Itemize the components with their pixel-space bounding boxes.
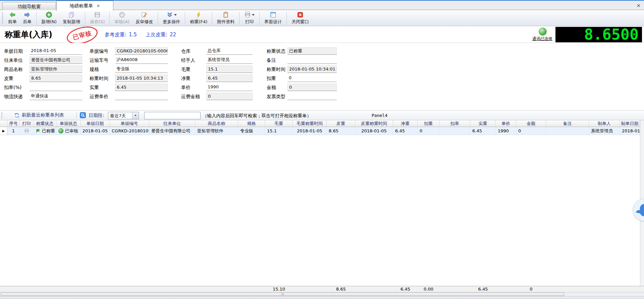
- grid-cell-doc_no[interactable]: CGRKD-20180105-0006: [110, 127, 149, 135]
- grid-cell-amount[interactable]: 0: [516, 127, 546, 135]
- tab-label: 地磅称重单: [70, 3, 93, 9]
- next-doc-button[interactable]: 后单: [20, 11, 35, 26]
- print-button[interactable]: 打印: [241, 11, 258, 26]
- form-field[interactable]: 总仓库: [206, 47, 253, 55]
- unaudit-button[interactable]: 反审修改: [132, 11, 156, 26]
- row-marker: ▶: [0, 127, 7, 135]
- grid-header-doc_date[interactable]: 单据日期: [81, 120, 110, 127]
- grid-cell-gross_time[interactable]: 2018-01-05: [293, 127, 327, 135]
- grid-cell-remark[interactable]: [546, 127, 589, 135]
- summary-spec: [238, 286, 265, 292]
- form-field[interactable]: [115, 93, 168, 100]
- add-new-button[interactable]: 新增(N): [38, 11, 60, 26]
- grid-cell-tare_time[interactable]: 2018-01-05: [355, 127, 393, 135]
- grid-header-price[interactable]: 单价: [496, 120, 516, 127]
- grid-cell-gross[interactable]: 15.1: [265, 127, 293, 135]
- form-field[interactable]: 系统管理员: [206, 56, 253, 64]
- form-area: 单据日期2018-01-05往来单位爱普生中国有限公司商品名称亚拓管理软件皮重8…: [0, 43, 644, 110]
- attachments-button[interactable]: 附件资料: [214, 11, 237, 26]
- grid-header-create_date[interactable]: 制单日期: [620, 120, 640, 127]
- copy-new-button[interactable]: 复制新增: [60, 11, 83, 26]
- grid-header-print[interactable]: 打印: [20, 120, 34, 127]
- form-field[interactable]: 0: [287, 75, 337, 82]
- toolbar-button-label: 界面设计: [264, 19, 282, 25]
- date-range-select[interactable]: 最近7天: [108, 112, 139, 119]
- grid-cell-creator[interactable]: 系统管理员: [589, 127, 620, 135]
- save-button[interactable]: 保存(S): [87, 11, 108, 26]
- grid-cell-spec[interactable]: 专业版: [238, 127, 265, 135]
- form-field[interactable]: 专业版: [115, 66, 168, 73]
- grid-header-creator[interactable]: 制单人: [589, 120, 620, 127]
- main-toolbar: 前单 后单 新增(N) 复制新增 保存(S) 审核(A) 反审修改: [0, 10, 644, 26]
- audit-button[interactable]: 审核(A): [111, 11, 132, 26]
- form-field[interactable]: 2018-01-05: [30, 47, 82, 55]
- grid-header-doc_status[interactable]: 单据状态: [56, 120, 81, 127]
- grid-header-deduct_rate[interactable]: 扣率: [439, 120, 470, 127]
- grid-cell-idx[interactable]: 1: [7, 127, 20, 135]
- refresh-icon: [14, 113, 20, 118]
- form-field[interactable]: 申通快递: [30, 93, 82, 100]
- ref-tare-label: 参考皮重:: [105, 32, 126, 38]
- grid-header-tare_time[interactable]: 皮重称重时间: [355, 120, 393, 127]
- summary-remark: [546, 286, 589, 292]
- grid-header-remark[interactable]: 备注: [546, 120, 589, 127]
- form-field[interactable]: [30, 84, 82, 91]
- grid-cell-net[interactable]: 6.45: [393, 127, 418, 135]
- grid-header-net[interactable]: 净重: [393, 120, 418, 127]
- grid-header-product[interactable]: 商品名称: [195, 120, 238, 127]
- summary-net: 6.45: [393, 286, 418, 292]
- grid-cell-create_date[interactable]: 2018-01-05: [620, 127, 640, 135]
- grid-cell-product[interactable]: 亚拓管理软件: [195, 127, 238, 135]
- printer-icon[interactable]: [24, 128, 29, 133]
- grid-cell-weigh_status[interactable]: 已称重: [34, 127, 56, 135]
- tab-weighbridge[interactable]: 地磅称重单 ✕: [56, 1, 113, 11]
- grid-cell-price[interactable]: 1990: [496, 127, 516, 135]
- grid-header-partner[interactable]: 往来单位: [149, 120, 195, 127]
- grid-header-weigh_status[interactable]: 称重状态: [34, 120, 56, 127]
- grid-data-row[interactable]: ▶1已称重已审核2018-01-05CGRKD-20180105-0006爱普生…: [0, 127, 640, 135]
- grid-header-spec[interactable]: 规格: [238, 120, 265, 127]
- grid-header-deduct_w[interactable]: 扣重: [418, 120, 439, 127]
- grid-header-amount[interactable]: 金额: [516, 120, 546, 127]
- grid-header-idx[interactable]: 序号: [7, 120, 20, 127]
- summary-doc_status: [56, 286, 81, 292]
- summary-tare_time: [355, 286, 393, 292]
- connection-status-link[interactable]: 通讯已连接: [529, 36, 555, 42]
- tab-close-icon[interactable]: ✕: [97, 3, 100, 8]
- window-close-icon[interactable]: ✕: [636, 3, 641, 9]
- grid-cell-actual[interactable]: 6.45: [470, 127, 496, 135]
- summary-gross: 15.10: [265, 286, 293, 292]
- form-field[interactable]: [287, 56, 337, 64]
- more-actions-button[interactable]: 更多操作: [160, 11, 183, 26]
- grid-cell-print[interactable]: [20, 127, 34, 135]
- form-field[interactable]: 1990: [206, 84, 253, 91]
- grid-cell-doc_date[interactable]: 2018-01-05: [81, 127, 110, 135]
- grid-header-gross[interactable]: 毛重: [265, 120, 293, 127]
- grid-header-gross_time[interactable]: 毛重称重时间: [293, 120, 327, 127]
- prev-doc-button[interactable]: 前单: [5, 11, 20, 26]
- horizontal-scrollbar[interactable]: [0, 292, 644, 296]
- grid-header-tare[interactable]: 皮重: [327, 120, 355, 127]
- toolbar-grip[interactable]: [1, 113, 2, 118]
- form-field[interactable]: 沪A86008: [115, 56, 168, 64]
- search-input[interactable]: [144, 112, 201, 119]
- scrollbar-thumb[interactable]: [1, 293, 564, 296]
- weigh-button[interactable]: 称重(F4): [187, 11, 210, 26]
- refresh-list-button[interactable]: 刷新最近称重单列表: [12, 112, 66, 119]
- grid-cell-doc_status[interactable]: 已审核: [56, 127, 81, 135]
- grid-cell-tare[interactable]: 8.65: [327, 127, 355, 135]
- tab-bar: 功能导航窗 地磅称重单 ✕ ✕: [0, 0, 644, 10]
- ref-tare-value: 1.5: [129, 32, 137, 38]
- grid-header-actual[interactable]: 实重: [470, 120, 496, 127]
- form-field[interactable]: [287, 93, 337, 100]
- tab-function-nav[interactable]: 功能导航窗: [2, 2, 56, 11]
- grid-cell-deduct_rate[interactable]: [439, 127, 470, 135]
- grid-cell-deduct_w[interactable]: 0: [418, 127, 439, 135]
- check-circle-icon: [119, 11, 125, 18]
- combo-drop-button[interactable]: [132, 112, 139, 119]
- grid-cell-partner[interactable]: 爱普生中国有限公司: [149, 127, 195, 135]
- ui-design-button[interactable]: 界面设计: [261, 11, 285, 26]
- toolbar-grip[interactable]: [2, 12, 3, 24]
- close-window-button[interactable]: 关闭窗口: [288, 11, 312, 26]
- grid-header-doc_no[interactable]: 单据编号: [110, 120, 149, 127]
